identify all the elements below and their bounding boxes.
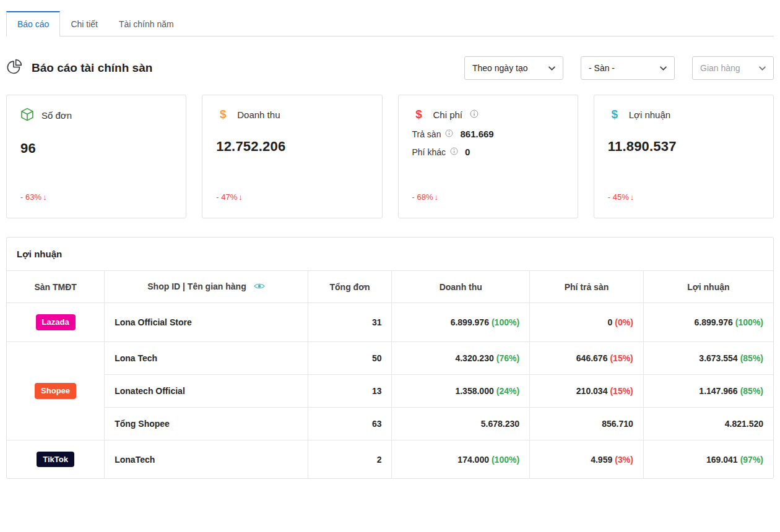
report-page: Báo cáo Chi tiết Tài chính năm Báo cáo t… [0,11,780,479]
col-header-platform: Sàn TMĐT [7,271,105,303]
platform-select[interactable]: - Sàn - [581,56,675,80]
table-row-tiktok: TikTok LonaTech 2 174.000(100%) 4.959(3%… [7,440,773,478]
date-type-select[interactable]: Theo ngày tạo [464,56,563,80]
tiktok-badge: TikTok [37,452,74,468]
dollar-icon: $ [216,108,230,121]
cost-line-platform-fee: Trả sàn 861.669 [412,129,564,139]
revenue-value: 6.899.976 [451,317,489,327]
fee-value: 646.676 [576,353,608,363]
shop-cell: Lona Official Store [105,303,308,342]
revenue-pct: (24%) [496,386,519,396]
report-header: Báo cáo tài chính sàn Theo ngày tạo - Sà… [6,56,774,80]
table-row-shopee-2: Lonatech Official 13 1.358.000(24%) 210.… [7,374,773,407]
dollar-icon: $ [608,108,622,121]
down-arrow-icon: ↓ [43,192,47,202]
card-costs-change: - 68%↓ [412,192,564,202]
down-arrow-icon: ↓ [630,192,635,202]
card-costs-label: Chi phí [433,109,463,120]
platform-cell: TikTok [7,440,105,478]
tab-chi-tiet[interactable]: Chi tiết [60,12,108,36]
cost-line-other-fee: Phí khác 0 [412,147,564,157]
profit-table-card: Lợi nhuận Sàn TMĐT Shop ID | Tên gian hà… [6,237,774,479]
fee-cell: 210.034(15%) [530,374,644,407]
revenue-pct: (100%) [492,455,519,465]
lazada-badge: Lazada [36,314,76,330]
tab-bao-cao[interactable]: Báo cáo [6,11,60,36]
eye-icon[interactable] [254,282,265,292]
fee-pct: (0%) [615,317,633,327]
profit-pct: (85%) [740,386,763,396]
tab-bar: Báo cáo Chi tiết Tài chính năm [6,11,774,36]
revenue-cell: 5.678.230 [392,407,530,440]
info-icon[interactable] [470,109,479,120]
card-profit-change: - 45%↓ [608,192,760,202]
profit-cell: 1.147.966(85%) [643,374,773,407]
profit-cell: 3.673.554(85%) [643,341,773,374]
profit-cell: 169.041(97%) [643,440,773,478]
revenue-cell: 4.320.230(76%) [392,341,530,374]
card-orders-value: 96 [20,140,172,157]
fee-pct: (3%) [615,455,633,465]
package-box-icon [20,108,34,123]
pie-chart-icon [6,59,23,78]
info-icon[interactable] [450,147,458,157]
platform-cell: Shopee [7,341,105,440]
revenue-cell: 174.000(100%) [392,440,530,478]
chevron-down-icon [660,66,667,71]
chevron-down-icon [548,66,555,71]
card-profit: $ Lợi nhuận 11.890.537 - 45%↓ [594,95,774,218]
change-text: - 68% [412,192,433,202]
card-orders-label: Số đơn [41,110,72,121]
profit-pct: (97%) [740,455,763,465]
orders-cell: 31 [308,303,392,342]
col-header-fee: Phí trả sàn [530,271,644,303]
shop-cell: Lonatech Official [105,374,308,407]
cost-value: 861.669 [460,129,493,139]
down-arrow-icon: ↓ [434,192,438,202]
fee-cell: 856.710 [530,407,644,440]
revenue-cell: 1.358.000(24%) [392,374,530,407]
platform-select-value: - Sàn - [589,63,615,73]
stat-cards: Số đơn 96 - 63%↓ $ Doanh thu 12.752.206 … [6,95,774,218]
platform-cell: Lazada [7,303,105,342]
cost-value: 0 [465,147,470,157]
card-orders: Số đơn 96 - 63%↓ [6,95,186,218]
store-select[interactable]: Gian hàng [692,56,774,80]
profit-pct: (85%) [740,353,763,363]
profit-value: 169.041 [706,455,738,465]
fee-value: 4.959 [591,455,612,465]
fee-value: 210.034 [576,386,608,396]
card-orders-change: - 63%↓ [20,192,172,202]
shop-cell: Tổng Shopee [105,407,308,440]
cost-label: Trả sàn [412,129,441,139]
col-header-orders: Tổng đơn [308,271,392,303]
change-text: - 63% [20,192,41,202]
card-revenue-value: 12.752.206 [216,139,368,155]
info-icon[interactable] [445,129,453,139]
col-header-profit: Lợi nhuận [643,271,773,303]
profit-value: 1.147.966 [699,386,737,396]
revenue-value: 1.358.000 [455,386,493,396]
profit-pct: (100%) [735,317,763,327]
card-costs: $ Chi phí Trả sàn 861.669 Phí khác 0 [398,95,578,218]
chevron-down-icon [759,66,766,71]
fee-cell: 4.959(3%) [530,440,644,478]
table-title: Lợi nhuận [7,238,773,270]
profit-value: 6.899.976 [695,317,733,327]
profit-cell: 4.821.520 [643,407,773,440]
card-revenue-change: - 47%↓ [216,192,368,202]
tab-tai-chinh-nam[interactable]: Tài chính năm [108,12,184,36]
col-header-shop-label: Shop ID | Tên gian hàng [147,281,246,291]
revenue-value: 174.000 [457,455,489,465]
fee-cell: 0(0%) [530,303,644,342]
orders-cell: 63 [308,407,392,440]
revenue-cell: 6.899.976(100%) [392,303,530,342]
table-row-shopee-total: Tổng Shopee 63 5.678.230 856.710 4.821.5… [7,407,773,440]
filter-bar: Theo ngày tạo - Sàn - Gian hàng [464,56,774,80]
card-revenue: $ Doanh thu 12.752.206 - 47%↓ [202,95,382,218]
orders-cell: 2 [308,440,392,478]
card-revenue-label: Doanh thu [237,109,280,120]
table-row-lazada: Lazada Lona Official Store 31 6.899.976(… [7,303,773,342]
col-header-revenue: Doanh thu [392,271,530,303]
date-type-select-value: Theo ngày tạo [472,63,528,73]
